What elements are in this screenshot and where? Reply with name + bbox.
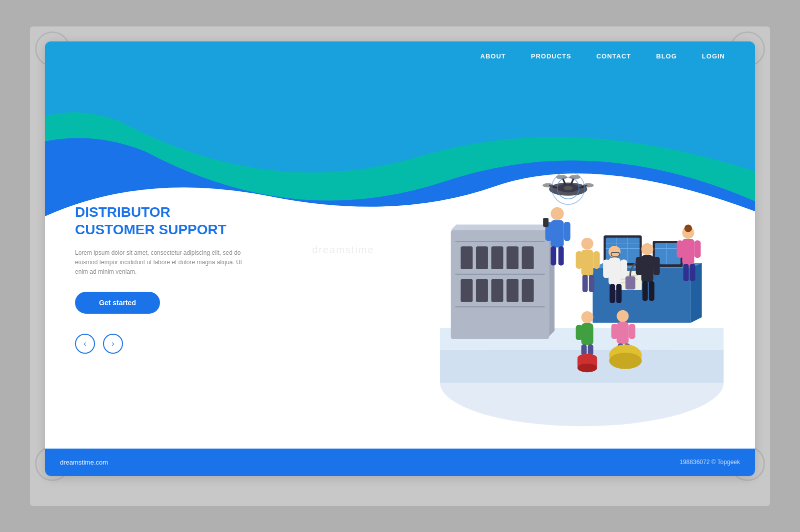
svg-point-87 <box>581 311 593 323</box>
get-started-button[interactable]: Get started <box>75 292 160 314</box>
svg-rect-62 <box>576 251 582 269</box>
chevron-right-icon: › <box>112 339 114 348</box>
svg-rect-91 <box>588 344 593 355</box>
hero-title: DISTRIBUTOR CUSTOMER SUPPORT <box>75 203 245 238</box>
svg-rect-67 <box>608 258 620 285</box>
main-card: ABOUT PRODUCTS CONTACT BLOG LOGIN DISTRI… <box>45 41 755 476</box>
svg-rect-74 <box>641 255 653 282</box>
svg-rect-82 <box>682 239 694 265</box>
svg-rect-86 <box>690 264 695 281</box>
svg-rect-8 <box>455 274 544 275</box>
svg-rect-46 <box>543 218 548 226</box>
nav-contact[interactable]: CONTACT <box>596 52 632 60</box>
illustration <box>364 71 755 476</box>
svg-point-95 <box>616 310 628 322</box>
prev-arrow[interactable]: ‹ <box>75 334 95 354</box>
svg-rect-85 <box>683 264 688 281</box>
bottom-bar: dreamstime.com 198836072 © Topgeek <box>45 449 755 476</box>
nav-login[interactable]: LOGIN <box>702 52 725 60</box>
image-id: 198836072 © Topgeek <box>680 459 740 466</box>
svg-rect-11 <box>476 246 488 269</box>
svg-rect-96 <box>616 322 628 344</box>
dreamstime-logo: dreamstime.com <box>60 459 108 466</box>
svg-rect-9 <box>455 306 544 307</box>
nav-links: ABOUT PRODUCTS CONTACT BLOG LOGIN <box>480 52 726 60</box>
svg-rect-16 <box>476 279 488 302</box>
svg-rect-71 <box>616 284 622 303</box>
svg-rect-17 <box>491 279 503 302</box>
svg-rect-43 <box>564 222 570 241</box>
outer-frame: © © © © ABOUT PRODUCTS CONTA <box>30 26 770 506</box>
svg-rect-70 <box>610 284 615 303</box>
svg-rect-44 <box>550 246 556 265</box>
svg-point-40 <box>550 207 564 220</box>
left-panel: DISTRIBUTOR CUSTOMER SUPPORT Lorem ipsum… <box>45 71 364 476</box>
svg-rect-10 <box>460 246 472 269</box>
svg-rect-97 <box>611 324 618 339</box>
svg-rect-64 <box>582 275 588 292</box>
svg-rect-65 <box>588 275 594 292</box>
hero-description: Lorem ipsum dolor sit amet, consectetur … <box>75 248 245 277</box>
nav-about[interactable]: ABOUT <box>480 52 506 60</box>
svg-rect-90 <box>581 344 586 355</box>
nav-blog[interactable]: BLOG <box>656 52 677 60</box>
svg-rect-15 <box>460 279 472 302</box>
svg-rect-63 <box>593 251 600 269</box>
svg-rect-68 <box>603 259 610 278</box>
right-panel <box>364 71 755 476</box>
svg-rect-69 <box>620 259 627 278</box>
svg-rect-84 <box>694 240 700 258</box>
svg-rect-75 <box>636 257 642 275</box>
svg-rect-98 <box>628 324 635 339</box>
svg-rect-12 <box>491 246 503 269</box>
svg-rect-45 <box>558 246 564 265</box>
svg-rect-14 <box>522 246 534 269</box>
svg-rect-41 <box>550 220 564 248</box>
svg-rect-79 <box>625 276 635 289</box>
svg-point-94 <box>577 364 596 372</box>
content-area: DISTRIBUTOR CUSTOMER SUPPORT Lorem ipsum… <box>45 71 755 476</box>
svg-point-81 <box>684 224 692 232</box>
svg-point-60 <box>581 237 593 249</box>
svg-rect-77 <box>642 281 648 301</box>
svg-rect-13 <box>506 246 518 269</box>
svg-point-73 <box>641 243 653 255</box>
svg-point-104 <box>609 353 642 369</box>
svg-rect-78 <box>648 281 654 301</box>
svg-rect-18 <box>506 279 518 302</box>
svg-marker-5 <box>450 224 554 230</box>
svg-rect-89 <box>576 325 582 340</box>
chevron-left-icon: ‹ <box>84 339 86 348</box>
svg-rect-61 <box>581 249 593 275</box>
navbar: ABOUT PRODUCTS CONTACT BLOG LOGIN <box>45 41 755 71</box>
svg-point-49 <box>564 186 572 190</box>
nav-arrows: ‹ › <box>75 334 334 354</box>
svg-rect-76 <box>653 257 660 275</box>
nav-products[interactable]: PRODUCTS <box>531 52 572 60</box>
svg-rect-7 <box>455 241 544 242</box>
svg-rect-83 <box>676 240 683 258</box>
next-arrow[interactable]: › <box>103 334 123 354</box>
svg-rect-88 <box>581 323 593 345</box>
svg-rect-19 <box>522 279 534 302</box>
